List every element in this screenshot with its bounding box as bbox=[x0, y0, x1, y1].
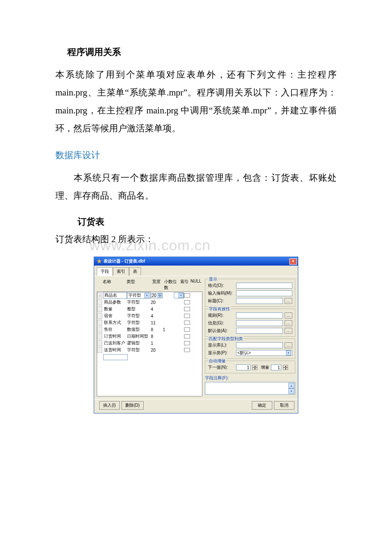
row-handle[interactable] bbox=[97, 347, 102, 353]
cell-field-width[interactable]: 11 bbox=[151, 321, 163, 325]
chevron-down-icon[interactable]: ▾ bbox=[286, 350, 291, 356]
heading-program-relations: 程序调用关系 bbox=[67, 46, 337, 58]
cell-field-type[interactable]: 数值型 bbox=[127, 327, 151, 332]
tab-fields[interactable]: 字段 bbox=[97, 267, 113, 276]
cell-field-null[interactable] bbox=[184, 300, 190, 304]
cell-field-type[interactable]: 字符型 bbox=[127, 347, 151, 353]
cell-field-null[interactable] bbox=[184, 321, 190, 325]
delete-button[interactable]: 删除(D) bbox=[121, 401, 144, 410]
cell-field-width[interactable]: 4 bbox=[151, 307, 163, 312]
cancel-button[interactable]: 取消 bbox=[274, 401, 294, 410]
cell-field-null[interactable] bbox=[184, 334, 190, 338]
col-width-header: 宽度 bbox=[152, 279, 164, 291]
row-handle[interactable] bbox=[97, 333, 102, 339]
table-row[interactable]: 已送到客户逻辑型1 bbox=[97, 340, 202, 347]
cell-field-width[interactable]: 8 bbox=[151, 334, 163, 339]
cell-field-name[interactable]: 商品名 bbox=[103, 292, 127, 299]
row-handle[interactable] bbox=[97, 320, 102, 326]
input-format[interactable] bbox=[236, 283, 292, 289]
cell-field-type[interactable]: 字符型 bbox=[127, 320, 151, 326]
row-handle[interactable] bbox=[97, 306, 102, 312]
cell-field-decimals[interactable]: 1 bbox=[163, 327, 174, 332]
insert-button[interactable]: 插入(I) bbox=[99, 401, 120, 410]
ellipsis-button-display-lib[interactable]: … bbox=[285, 342, 292, 348]
chevron-down-icon[interactable]: ▾ bbox=[144, 293, 150, 298]
input-next-value[interactable]: 1 bbox=[236, 364, 251, 370]
cell-field-name[interactable]: 售价 bbox=[103, 327, 127, 332]
group-validation-title: 字段有效性 bbox=[208, 306, 231, 312]
textarea-comment[interactable]: ▴ ▾ bbox=[205, 382, 295, 395]
scroll-up-icon[interactable]: ▴ bbox=[288, 383, 294, 388]
table-row[interactable]: 送货时间字符型20 bbox=[97, 347, 202, 353]
window-titlebar[interactable]: 表设计器 - 订货表.dbf × bbox=[94, 257, 298, 266]
cell-field-index[interactable]: ▾ bbox=[174, 292, 184, 298]
ellipsis-button-info[interactable]: … bbox=[285, 320, 292, 326]
cell-field-type[interactable]: 字符型 bbox=[127, 299, 151, 305]
cell-field-type[interactable]: 逻辑型 bbox=[127, 340, 151, 346]
cell-field-name[interactable]: 联系方式 bbox=[103, 320, 127, 326]
close-icon[interactable]: × bbox=[289, 258, 297, 265]
row-handle[interactable] bbox=[97, 299, 102, 305]
ellipsis-button-default[interactable]: … bbox=[285, 328, 292, 334]
ok-button[interactable]: 确定 bbox=[252, 401, 272, 410]
input-caption[interactable] bbox=[236, 298, 283, 304]
table-row[interactable]: 数量整型4 bbox=[97, 306, 202, 312]
input-mask[interactable] bbox=[236, 290, 292, 296]
input-display-lib[interactable] bbox=[236, 342, 283, 348]
combo-display-class[interactable]: <默认> ▾ bbox=[236, 350, 292, 356]
fields-grid[interactable]: ↕商品名字符型▾20▴▾▾商品参数字符型20数量整型4宿舍字符型4联系方式字符型… bbox=[97, 292, 202, 396]
cell-field-width[interactable]: 4 bbox=[151, 314, 163, 318]
row-handle[interactable] bbox=[97, 340, 102, 346]
cell-field-name[interactable]: 商品参数 bbox=[103, 299, 127, 305]
cell-field-null[interactable] bbox=[184, 307, 190, 311]
label-comment: 字段注释(F): bbox=[205, 375, 295, 381]
tab-index[interactable]: 索引 bbox=[113, 267, 129, 276]
label-format: 格式(O): bbox=[208, 283, 234, 289]
input-rule[interactable] bbox=[236, 312, 283, 318]
row-handle[interactable] bbox=[97, 327, 102, 332]
cell-field-name[interactable]: 订货时间 bbox=[103, 333, 127, 339]
cell-field-type[interactable]: 日期时间型 bbox=[127, 333, 151, 339]
cell-field-null[interactable] bbox=[184, 348, 190, 352]
paragraph-database-design: 本系统只有一个数据库商品数据管理库，包含：订货表、坏账处理、库存商品、商品名。 bbox=[55, 169, 337, 205]
table-row[interactable]: ↕商品名字符型▾20▴▾▾ bbox=[97, 292, 202, 299]
cell-field-width[interactable]: 20 bbox=[151, 300, 163, 305]
table-row[interactable]: 订货时间日期时间型8 bbox=[97, 333, 202, 340]
tab-table[interactable]: 表 bbox=[129, 267, 141, 276]
ellipsis-button-caption[interactable]: … bbox=[285, 298, 292, 304]
row-handle[interactable]: ↕ bbox=[97, 292, 102, 298]
cell-field-type[interactable]: 字符型▾ bbox=[127, 292, 151, 299]
cell-field-name[interactable]: 宿舍 bbox=[103, 313, 127, 319]
table-row[interactable]: 宿舍字符型4 bbox=[97, 312, 202, 319]
new-field-name-input[interactable] bbox=[103, 354, 128, 360]
cell-field-null[interactable] bbox=[184, 314, 190, 318]
cell-field-width[interactable]: 8 bbox=[151, 327, 163, 332]
spinner-step[interactable]: ▴▾ bbox=[283, 365, 288, 370]
table-row[interactable]: 售价数值型81 bbox=[97, 326, 202, 333]
cell-field-width[interactable]: 1 bbox=[151, 341, 163, 346]
ellipsis-button-rule[interactable]: … bbox=[285, 312, 292, 318]
cell-field-type[interactable]: 字符型 bbox=[127, 313, 151, 319]
spinner-width[interactable]: ▴▾ bbox=[158, 293, 162, 298]
cell-field-null[interactable] bbox=[184, 293, 190, 298]
group-mapping-title: 匹配字段类型到类 bbox=[208, 336, 244, 342]
cell-field-name[interactable]: 送货时间 bbox=[103, 347, 127, 353]
chevron-down-icon[interactable]: ▾ bbox=[179, 293, 184, 298]
cell-field-name[interactable]: 已送到客户 bbox=[103, 340, 127, 346]
cell-field-width[interactable]: 20 bbox=[151, 348, 163, 353]
table-row[interactable]: 商品参数字符型20 bbox=[97, 299, 202, 306]
group-validation: 字段有效性 规则(R): … 信息(G): … bbox=[205, 309, 295, 337]
cell-field-type[interactable]: 整型 bbox=[127, 306, 151, 312]
table-designer-window: 表设计器 - 订货表.dbf × 字段 索引 表 名称 类型 宽度 bbox=[94, 257, 298, 413]
cell-field-width[interactable]: 20▴▾ bbox=[151, 293, 163, 298]
table-row[interactable]: 联系方式字符型11 bbox=[97, 319, 202, 326]
cell-field-name[interactable]: 数量 bbox=[103, 306, 127, 312]
cell-field-null[interactable] bbox=[184, 327, 190, 332]
row-handle[interactable] bbox=[97, 313, 102, 319]
input-info[interactable] bbox=[236, 320, 283, 326]
input-default[interactable] bbox=[236, 328, 283, 334]
input-step[interactable]: 1 bbox=[271, 364, 281, 370]
scroll-down-icon[interactable]: ▾ bbox=[288, 388, 294, 394]
spinner-next-value[interactable]: ▴▾ bbox=[252, 365, 257, 370]
cell-field-null[interactable] bbox=[184, 341, 190, 345]
